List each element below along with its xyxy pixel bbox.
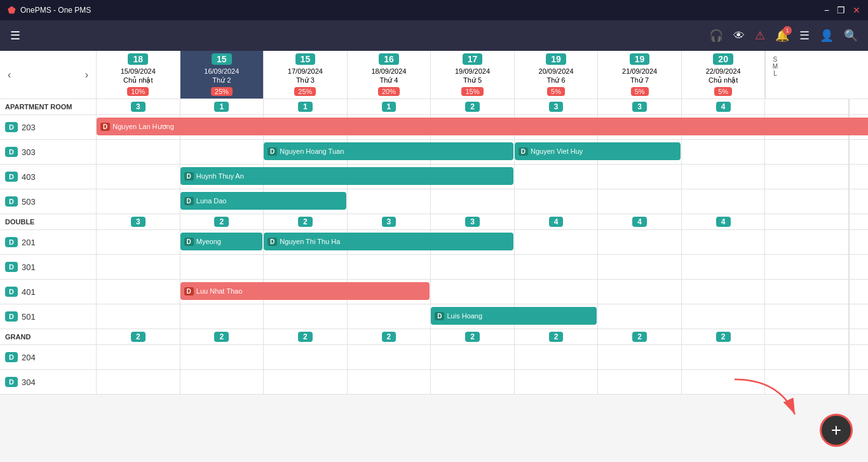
group-side-cell	[849, 329, 868, 344]
room-cell-0	[97, 230, 180, 254]
room-cell-2	[264, 345, 348, 369]
close-button[interactable]: ✕	[853, 5, 860, 15]
booking-bar-0[interactable]: D Nguyen Hoang Tuan	[264, 142, 513, 160]
minimize-button[interactable]: −	[824, 5, 829, 15]
date-cell-0[interactable]: 18 15/09/2024 Chủ nhật 10%	[97, 51, 180, 99]
group-count-cell-0-6: 3	[598, 99, 682, 114]
percent-badge: 15%	[461, 87, 483, 96]
date-number-badge: 19	[546, 53, 566, 65]
room-cell-8	[765, 345, 849, 369]
user-icon[interactable]: 👤	[820, 29, 834, 43]
room-cell-4	[431, 370, 515, 394]
percent-badge: 5%	[714, 87, 732, 96]
room-cell-8	[765, 189, 849, 214]
room-type-badge: D	[5, 237, 18, 247]
app-title: OnePMS - One PMS	[20, 6, 91, 15]
booking-bar-0[interactable]: D Huynh Thuy An	[180, 167, 513, 185]
room-cell-7	[682, 255, 766, 279]
title-bar-left: ⬟ OnePMS - One PMS	[8, 5, 91, 15]
room-type-badge: D	[5, 172, 18, 182]
booking-bar-0[interactable]: D Luna Dao	[180, 192, 346, 210]
room-cell-3	[348, 304, 431, 329]
room-row-2-0: D 204	[0, 345, 868, 370]
hamburger-menu[interactable]: ☰	[10, 29, 20, 43]
room-label: D 203	[0, 115, 97, 139]
room-number: 304	[22, 377, 36, 387]
room-cell-5	[515, 280, 599, 304]
booking-bar-0[interactable]: D Luu Nhat Thao	[180, 282, 430, 300]
date-cell-5[interactable]: 19 20/09/2024 Thứ 6 5%	[515, 51, 599, 99]
group-count-cell-1-4: 3	[431, 214, 515, 229]
date-number-badge: 15	[212, 53, 232, 65]
booking-name: Nguyen Lan Hương	[112, 123, 174, 131]
percent-badge: 5%	[631, 87, 649, 96]
count-badge: 1	[382, 102, 397, 112]
sidebar-s: S	[773, 56, 778, 63]
room-cell-1	[180, 140, 264, 164]
percent-badge: 10%	[127, 87, 149, 96]
maximize-button[interactable]: ❐	[837, 5, 845, 15]
date-full: 19/09/2024	[455, 67, 490, 75]
group-count-cell-1-3: 3	[348, 214, 431, 229]
group-label-1: DOUBLE	[0, 214, 97, 229]
booking-bar-0[interactable]: D Myeong	[180, 233, 263, 250]
room-type-badge: D	[5, 262, 18, 272]
date-cell-2[interactable]: 15 17/09/2024 Thứ 3 25%	[264, 51, 348, 99]
room-side-cell	[849, 140, 868, 164]
booking-bar-0[interactable]: D Nguyen Lan Hương	[97, 118, 868, 135]
booking-bar-0[interactable]: D Luis Hoang	[431, 307, 597, 325]
date-cell-1[interactable]: 15 16/09/2024 Thứ 2 25%	[180, 51, 264, 99]
date-day: Chủ nhật	[709, 76, 738, 85]
room-type-badge: D	[5, 122, 18, 132]
room-cell-3	[348, 345, 431, 369]
count-badge: 3	[131, 217, 146, 227]
date-day: Thứ 7	[630, 76, 649, 85]
prev-nav-button[interactable]: ‹	[5, 68, 13, 82]
menu-icon[interactable]: ☰	[799, 29, 810, 43]
count-badge: 2	[465, 332, 480, 342]
date-cell-7[interactable]: 20 22/09/2024 Chủ nhật 5%	[682, 51, 766, 99]
headset-icon[interactable]: 🎧	[709, 29, 723, 43]
count-badge: 2	[131, 332, 146, 342]
room-cell-0	[97, 140, 180, 164]
eye-icon[interactable]: 👁	[733, 29, 745, 43]
room-cell-2	[264, 255, 348, 279]
room-cell-7	[682, 140, 766, 164]
date-full: 20/09/2024	[539, 67, 574, 75]
room-label: D 503	[0, 189, 97, 214]
group-count-cell-0-2: 1	[264, 99, 348, 114]
date-day: Thứ 3	[296, 76, 315, 85]
main-content: ‹ › 18 15/09/2024 Chủ nhật 10% 15 16/09/…	[0, 51, 868, 462]
room-cell-3	[348, 189, 431, 214]
add-fab-button[interactable]: +	[820, 414, 853, 447]
date-cell-3[interactable]: 16 18/09/2024 Thứ 4 20%	[348, 51, 431, 99]
booking-bar-1[interactable]: D Nguyen Thi Thu Ha	[264, 233, 513, 250]
room-cell-7	[682, 189, 766, 214]
group-count-cell-2-5: 2	[515, 329, 599, 344]
date-cell-6[interactable]: 19 21/09/2024 Thứ 7 5%	[598, 51, 682, 99]
window-controls[interactable]: − ❐ ✕	[824, 5, 860, 15]
group-header-1: DOUBLE32233444	[0, 214, 868, 230]
count-badge: 2	[298, 332, 313, 342]
booking-type-badge: D	[100, 123, 110, 131]
alert-icon[interactable]: ⚠	[755, 29, 765, 43]
room-row-0-2: D 403 D Huynh Thuy An	[0, 165, 868, 189]
booking-type-badge: D	[184, 238, 194, 246]
search-icon[interactable]: 🔍	[844, 29, 858, 43]
group-label-2: GRAND	[0, 329, 97, 344]
next-nav-button[interactable]: ›	[83, 68, 91, 82]
date-day: Thứ 6	[547, 76, 566, 85]
room-cell-6	[598, 304, 682, 329]
group-count-cell-2-0: 2	[97, 329, 180, 344]
sidebar-l: L	[773, 70, 777, 77]
date-cell-4[interactable]: 17 19/09/2024 Thứ 5 15%	[431, 51, 515, 99]
group-count-cell-2-1: 2	[180, 329, 264, 344]
room-cell-6	[598, 370, 682, 394]
room-row-1-0: D 201 D Myeong D Nguyen Thi Thu Ha	[0, 230, 868, 255]
room-cell-8	[765, 370, 849, 394]
notification-icon[interactable]: 🔔1	[775, 29, 789, 43]
room-row-2-1: D 304	[0, 370, 868, 395]
booking-bar-1[interactable]: D Nguyen Viet Huy	[515, 142, 681, 160]
date-full: 15/09/2024	[121, 67, 156, 75]
count-badge: 3	[549, 102, 564, 112]
